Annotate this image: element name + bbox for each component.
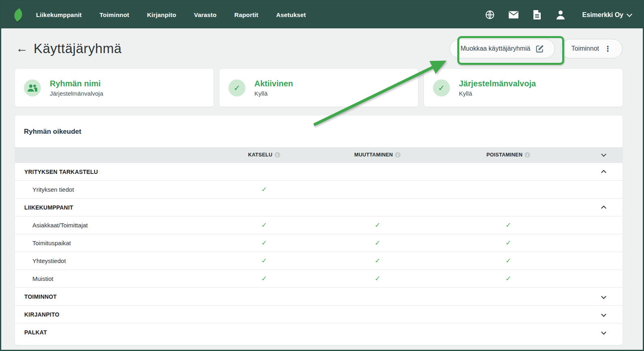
row-label: Toimituspaikat — [15, 240, 205, 246]
actions-button[interactable]: Toiminnot ⋮ — [561, 39, 623, 58]
category-chevron[interactable] — [584, 312, 623, 316]
column-header-label: MUUTTAMINEN — [354, 152, 393, 158]
summary-card: ✓JärjestelmänvalvojaKyllä — [424, 69, 623, 107]
group-icon — [24, 79, 41, 96]
page: { "topnav": { "logo_icon": "leaf-icon", … — [0, 0, 644, 351]
nav-item-kirjanpito[interactable]: Kirjanpito — [147, 11, 176, 18]
summary-card: ✓AktiivinenKyllä — [220, 69, 418, 107]
row-label: PALKAT — [15, 329, 205, 336]
chevron-down-icon — [601, 294, 606, 299]
edit-button-label: Muokkaa käyttäjäryhmiä — [461, 45, 531, 52]
permissions-section-title: Ryhmän oikeudet — [15, 116, 623, 147]
check-cell-poistaminen: ✓ — [432, 221, 584, 229]
category-row[interactable]: TOIMINNOT — [15, 287, 623, 305]
chevron-down-icon — [601, 312, 606, 317]
actions-button-label: Toiminnot — [571, 45, 599, 52]
column-header-label: KATSELU — [248, 152, 272, 158]
column-header-label: POISTAMINEN — [486, 152, 522, 158]
check-cell-poistaminen: ✓ — [432, 257, 584, 265]
permission-row: Asiakkaat/Toimittajat✓✓✓ — [15, 216, 623, 234]
category-row[interactable]: LIIKEKUMPPANIT — [15, 198, 623, 216]
column-header-katselu: KATSELUi — [205, 152, 323, 158]
check-cell-katselu: ✓ — [205, 257, 323, 265]
chevron-down-icon — [627, 11, 632, 17]
row-label: Yrityksen tiedot — [15, 186, 205, 193]
row-label: Asiakkaat/Toimittajat — [15, 222, 205, 229]
page-title: Käyttäjäryhmä — [34, 41, 122, 56]
navbar-right: Esimerkki Oy — [485, 10, 631, 20]
check-cell-katselu: ✓ — [205, 239, 323, 247]
nav-item-varasto[interactable]: Varasto — [194, 11, 217, 18]
check-cell-poistaminen: ✓ — [432, 274, 584, 283]
card-text: AktiivinenKyllä — [254, 79, 293, 97]
table-collapse-chevron[interactable] — [584, 154, 623, 156]
nav-item-toiminnot[interactable]: Toiminnot — [100, 11, 129, 18]
company-name: Esimerkki Oy — [582, 11, 623, 19]
info-icon[interactable]: i — [395, 152, 401, 158]
info-icon[interactable]: i — [275, 152, 280, 158]
check-glyph: ✓ — [234, 83, 241, 93]
permission-row: Toimituspaikat✓✓✓ — [15, 234, 623, 252]
check-cell-muuttaminen: ✓ — [323, 221, 432, 229]
row-label: LIIKEKUMPPANIT — [15, 204, 205, 211]
card-title: Aktiivinen — [254, 79, 293, 88]
category-chevron[interactable] — [584, 169, 623, 174]
card-text: JärjestelmänvalvojaKyllä — [459, 79, 536, 97]
nav-item-liikekumppanit[interactable]: Liikekumppanit — [36, 11, 82, 18]
permissions-table-body: YRITYKSEN TARKASTELUYrityksen tiedot✓LII… — [15, 163, 623, 341]
row-label: Muistiot — [15, 275, 205, 282]
card-title: Järjestelmänvalvoja — [459, 79, 536, 88]
category-chevron[interactable] — [584, 295, 623, 298]
summary-cards: Ryhmän nimiJärjestelmänvalvoja✓Aktiivine… — [15, 69, 623, 107]
card-value: Kyllä — [459, 90, 536, 97]
back-arrow-icon[interactable]: ← — [16, 42, 28, 54]
card-value: Kyllä — [254, 90, 293, 97]
card-text: Ryhmän nimiJärjestelmänvalvoja — [50, 79, 103, 97]
edit-user-groups-button[interactable]: Muokkaa käyttäjäryhmiä — [450, 39, 555, 58]
column-header-muuttaminen: MUUTTAMINENi — [323, 152, 432, 158]
permissions-section: Ryhmän oikeudet KATSELUiMUUTTAMINENiPOIS… — [15, 116, 623, 345]
nav-item-asetukset[interactable]: Asetukset — [276, 11, 306, 18]
permission-row: Muistiot✓✓✓ — [15, 270, 623, 287]
mail-icon[interactable] — [509, 10, 518, 20]
column-header-poistaminen: POISTAMINENi — [432, 152, 584, 158]
category-chevron[interactable] — [584, 330, 623, 334]
user-icon[interactable] — [556, 10, 565, 20]
check-cell-poistaminen: ✓ — [432, 239, 584, 247]
permissions-table-header: KATSELUiMUUTTAMINENiPOISTAMINENi — [15, 147, 623, 163]
company-selector[interactable]: Esimerkki Oy — [582, 11, 631, 19]
check-cell-muuttaminen: ✓ — [323, 257, 432, 265]
header-buttons: Muokkaa käyttäjäryhmiä Toiminnot ⋮ — [450, 39, 623, 58]
category-row[interactable]: YRITYKSEN TARKASTELU — [15, 163, 623, 180]
chevron-up-icon — [601, 170, 606, 175]
kebab-menu-icon: ⋮ — [604, 45, 612, 53]
app-logo-leaf-icon[interactable] — [11, 8, 25, 21]
check-cell-muuttaminen: ✓ — [323, 239, 432, 247]
row-label: YRITYKSEN TARKASTELU — [15, 169, 205, 175]
document-icon[interactable] — [532, 10, 542, 20]
check-cell-katselu: ✓ — [205, 274, 323, 283]
category-chevron[interactable] — [584, 205, 623, 210]
card-title: Ryhmän nimi — [50, 79, 103, 88]
check-glyph: ✓ — [438, 83, 445, 93]
chevron-down-icon — [601, 330, 606, 335]
category-row[interactable]: PALKAT — [15, 323, 623, 341]
globe-icon[interactable] — [485, 10, 495, 20]
category-row[interactable]: KIRJANPITO — [15, 305, 623, 323]
top-navbar: LiikekumppanitToiminnotKirjanpitoVarasto… — [1, 1, 643, 28]
main-navigation: LiikekumppanitToiminnotKirjanpitoVarasto… — [36, 11, 306, 18]
row-label: Yhteystiedot — [15, 257, 205, 264]
check-icon: ✓ — [228, 79, 245, 96]
nav-item-raportit[interactable]: Raportit — [235, 11, 258, 18]
page-header: ← Käyttäjäryhmä Muokkaa käyttäjäryhmiä T… — [15, 28, 623, 69]
chevron-down-icon — [601, 152, 606, 157]
info-icon[interactable]: i — [525, 152, 530, 158]
row-label: KIRJANPITO — [15, 311, 205, 318]
check-cell-muuttaminen: ✓ — [323, 274, 432, 283]
check-icon: ✓ — [433, 79, 450, 96]
chevron-up-icon — [601, 205, 606, 211]
permission-row: Yhteystiedot✓✓✓ — [15, 252, 623, 270]
edit-icon — [535, 45, 544, 53]
row-label: TOIMINNOT — [15, 293, 205, 300]
summary-card: Ryhmän nimiJärjestelmänvalvoja — [15, 69, 213, 107]
